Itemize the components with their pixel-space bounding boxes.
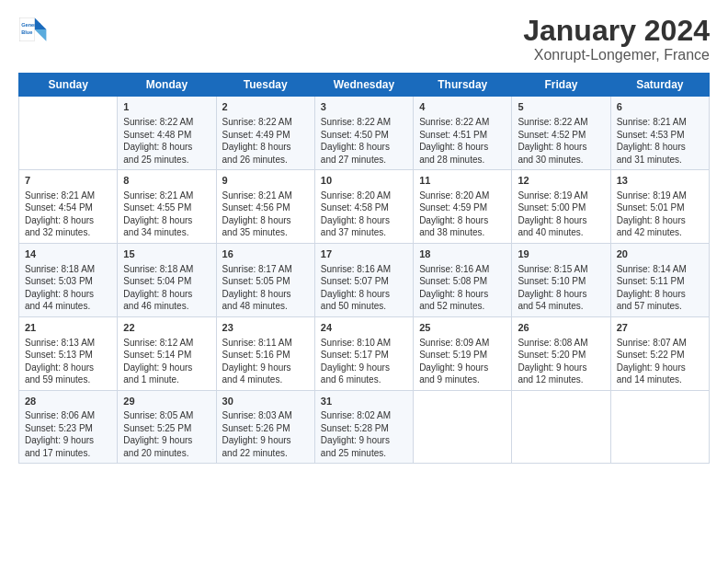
calendar-cell — [512, 390, 610, 464]
day-info-line: and 37 minutes. — [321, 226, 407, 239]
day-number: 19 — [518, 247, 604, 261]
header-row: Sunday Monday Tuesday Wednesday Thursday… — [19, 74, 710, 97]
day-info-line: Daylight: 8 hours — [25, 288, 111, 301]
day-info-line: Daylight: 9 hours — [617, 362, 703, 374]
day-info-line: Sunrise: 8:22 AM — [321, 116, 407, 129]
svg-marker-1 — [35, 29, 47, 41]
day-info-line: Sunrise: 8:13 AM — [25, 337, 111, 350]
calendar-cell: 24Sunrise: 8:10 AMSunset: 5:17 PMDayligh… — [314, 316, 413, 390]
day-number: 29 — [123, 395, 210, 408]
day-info-line: and 25 minutes. — [321, 447, 407, 460]
day-info-line: Sunrise: 8:03 AM — [222, 409, 309, 422]
day-info-line: Sunset: 4:48 PM — [123, 129, 210, 142]
calendar-cell — [610, 390, 709, 464]
day-info-line: Daylight: 8 hours — [321, 141, 407, 154]
calendar-header: Sunday Monday Tuesday Wednesday Thursday… — [19, 74, 710, 97]
calendar-cell — [19, 97, 118, 170]
day-info-line: Sunset: 5:22 PM — [617, 349, 703, 362]
day-info-line: Sunrise: 8:11 AM — [222, 337, 309, 350]
day-info-line: Sunset: 5:23 PM — [25, 422, 111, 435]
calendar-cell: 15Sunrise: 8:18 AMSunset: 5:04 PMDayligh… — [118, 243, 216, 316]
day-info-line: Sunset: 5:05 PM — [222, 275, 309, 288]
day-info-line: Daylight: 8 hours — [222, 288, 309, 301]
day-info-line: Sunrise: 8:08 AM — [518, 337, 604, 350]
calendar-body: 1Sunrise: 8:22 AMSunset: 4:48 PMDaylight… — [19, 97, 710, 464]
calendar-cell: 30Sunrise: 8:03 AMSunset: 5:26 PMDayligh… — [216, 390, 314, 464]
day-info-line: and 28 minutes. — [419, 154, 506, 167]
day-info-line: Sunrise: 8:22 AM — [518, 116, 604, 129]
day-info-line: Sunrise: 8:05 AM — [123, 409, 210, 422]
day-info-line: Sunset: 5:16 PM — [222, 349, 309, 362]
day-info-line: Daylight: 8 hours — [617, 214, 703, 227]
day-number: 8 — [123, 174, 210, 188]
day-info-line: and 35 minutes. — [222, 226, 309, 239]
day-info-line: Sunrise: 8:17 AM — [222, 263, 309, 276]
calendar-cell: 6Sunrise: 8:21 AMSunset: 4:53 PMDaylight… — [610, 97, 709, 170]
header-wednesday: Wednesday — [314, 74, 413, 97]
day-number: 22 — [123, 321, 210, 335]
day-info-line: Sunrise: 8:12 AM — [123, 337, 210, 350]
day-info-line: Sunrise: 8:06 AM — [25, 409, 111, 422]
day-info-line: Sunrise: 8:19 AM — [518, 190, 604, 202]
day-info-line: Sunset: 5:07 PM — [321, 275, 407, 288]
day-info-line: Sunrise: 8:07 AM — [617, 337, 703, 350]
day-info-line: and 50 minutes. — [321, 300, 407, 313]
calendar-cell: 26Sunrise: 8:08 AMSunset: 5:20 PMDayligh… — [512, 316, 610, 390]
header-friday: Friday — [512, 74, 610, 97]
day-info-line: Daylight: 9 hours — [321, 362, 407, 374]
day-info-line: and 25 minutes. — [123, 154, 210, 167]
day-number: 4 — [419, 100, 506, 114]
day-info-line: Daylight: 8 hours — [321, 288, 407, 301]
day-info-line: and 1 minute. — [123, 373, 210, 386]
day-info-line: Sunrise: 8:20 AM — [321, 190, 407, 202]
calendar-cell: 25Sunrise: 8:09 AMSunset: 5:19 PMDayligh… — [414, 316, 512, 390]
day-info-line: and 57 minutes. — [617, 300, 703, 313]
day-info-line: Sunset: 5:08 PM — [419, 275, 506, 288]
day-info-line: Sunset: 5:03 PM — [25, 275, 111, 288]
calendar-cell: 12Sunrise: 8:19 AMSunset: 5:00 PMDayligh… — [512, 170, 610, 244]
day-info-line: Sunrise: 8:22 AM — [222, 116, 309, 129]
logo-icon: General Blue — [18, 15, 48, 44]
day-info-line: and 40 minutes. — [518, 226, 604, 239]
day-info-line: Daylight: 8 hours — [123, 288, 210, 301]
calendar-cell: 9Sunrise: 8:21 AMSunset: 4:56 PMDaylight… — [216, 170, 314, 244]
header: General Blue January 2024 Xonrupt-Longem… — [18, 15, 710, 63]
day-info-line: and 52 minutes. — [419, 300, 506, 313]
day-number: 13 — [617, 174, 703, 188]
day-info-line: Daylight: 9 hours — [222, 362, 309, 374]
day-info-line: and 34 minutes. — [123, 226, 210, 239]
day-info-line: Sunrise: 8:18 AM — [25, 263, 111, 276]
day-info-line: Sunset: 4:59 PM — [419, 201, 506, 214]
day-info-line: Daylight: 8 hours — [419, 214, 506, 227]
day-info-line: Sunset: 5:11 PM — [617, 275, 703, 288]
day-info-line: Sunset: 5:19 PM — [419, 349, 506, 362]
day-info-line: Sunset: 5:00 PM — [518, 201, 604, 214]
day-info-line: Sunset: 4:50 PM — [321, 129, 407, 142]
day-info-line: Sunrise: 8:16 AM — [321, 263, 407, 276]
calendar-cell: 20Sunrise: 8:14 AMSunset: 5:11 PMDayligh… — [610, 243, 709, 316]
calendar-cell: 7Sunrise: 8:21 AMSunset: 4:54 PMDaylight… — [19, 170, 118, 244]
day-number: 12 — [518, 174, 604, 188]
day-info-line: Sunrise: 8:16 AM — [419, 263, 506, 276]
day-number: 9 — [222, 174, 309, 188]
header-sunday: Sunday — [19, 74, 118, 97]
day-number: 14 — [25, 247, 111, 261]
day-number: 5 — [518, 100, 604, 114]
title-block: January 2024 Xonrupt-Longemer, France — [523, 15, 710, 63]
day-info-line: Daylight: 8 hours — [419, 141, 506, 154]
day-number: 7 — [25, 174, 111, 188]
logo: General Blue — [18, 15, 48, 44]
day-info-line: and 4 minutes. — [222, 373, 309, 386]
day-info-line: Daylight: 9 hours — [419, 362, 506, 374]
day-info-line: and 12 minutes. — [518, 373, 604, 386]
subtitle: Xonrupt-Longemer, France — [523, 47, 710, 63]
day-info-line: Sunset: 4:52 PM — [518, 129, 604, 142]
calendar-cell: 18Sunrise: 8:16 AMSunset: 5:08 PMDayligh… — [414, 243, 512, 316]
calendar-cell: 21Sunrise: 8:13 AMSunset: 5:13 PMDayligh… — [19, 316, 118, 390]
header-thursday: Thursday — [414, 74, 512, 97]
day-info-line: and 6 minutes. — [321, 373, 407, 386]
day-info-line: Daylight: 9 hours — [222, 434, 309, 447]
day-number: 17 — [321, 247, 407, 261]
day-number: 11 — [419, 174, 506, 188]
day-number: 30 — [222, 395, 309, 408]
